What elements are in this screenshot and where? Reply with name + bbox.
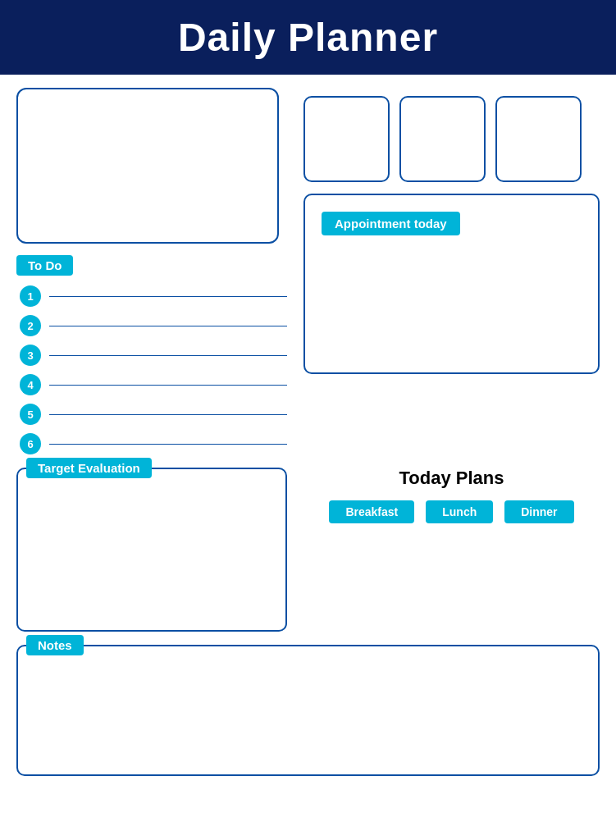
todo-number-2: 2: [20, 315, 41, 336]
todo-number-4: 4: [20, 374, 41, 395]
notes-label: Notes: [26, 635, 84, 655]
target-label: Target Evaluation: [26, 458, 152, 478]
today-plans-section: Today Plans Breakfast Lunch Dinner: [303, 468, 600, 632]
target-box: Target Evaluation: [16, 468, 287, 632]
todo-line-6: [49, 444, 287, 445]
todo-item-2: 2: [20, 315, 287, 336]
todo-item-5: 5: [20, 404, 287, 425]
todo-label: To Do: [16, 255, 73, 276]
image-box: [16, 88, 279, 244]
todo-line-1: [49, 296, 287, 297]
notes-box: Notes: [16, 645, 600, 776]
todo-line-4: [49, 385, 287, 386]
right-column: Appointment today: [303, 88, 600, 454]
todo-item-3: 3: [20, 345, 287, 366]
three-boxes: [303, 96, 600, 182]
bottom-row: Target Evaluation Today Plans Breakfast …: [0, 468, 616, 645]
lunch-button[interactable]: Lunch: [426, 500, 493, 523]
header: Daily Planner: [0, 0, 616, 75]
small-box-3: [495, 96, 582, 182]
appointment-section: Appointment today: [303, 194, 600, 374]
dinner-button[interactable]: Dinner: [504, 500, 573, 523]
todo-number-6: 6: [20, 433, 41, 454]
todo-line-3: [49, 355, 287, 356]
todo-number-3: 3: [20, 345, 41, 366]
todo-item-6: 6: [20, 433, 287, 454]
page-title: Daily Planner: [8, 15, 608, 60]
todo-list: 1 2 3 4 5: [16, 285, 287, 454]
todo-section: To Do 1 2 3 4 5: [16, 255, 287, 454]
left-column: To Do 1 2 3 4 5: [16, 88, 287, 454]
target-section: Target Evaluation: [16, 468, 287, 632]
breakfast-button[interactable]: Breakfast: [329, 500, 414, 523]
small-box-1: [303, 96, 390, 182]
todo-item-1: 1: [20, 285, 287, 307]
todo-number-5: 5: [20, 404, 41, 425]
todo-line-5: [49, 414, 287, 415]
appointment-label: Appointment today: [322, 212, 460, 235]
todo-item-4: 4: [20, 374, 287, 395]
todo-line-2: [49, 326, 287, 326]
todo-number-1: 1: [20, 285, 41, 307]
main-content: To Do 1 2 3 4 5: [0, 75, 616, 468]
today-plans-title: Today Plans: [303, 468, 600, 489]
meal-buttons: Breakfast Lunch Dinner: [303, 500, 600, 523]
notes-row: Notes: [0, 645, 616, 792]
small-box-2: [399, 96, 486, 182]
